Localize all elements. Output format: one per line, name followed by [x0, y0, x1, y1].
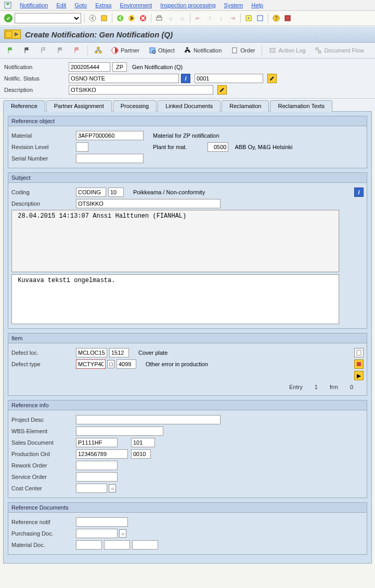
enter-icon[interactable]: ✓ [4, 14, 12, 22]
layout-icon[interactable] [283, 14, 292, 23]
wbs-element-label: WBS-Element [11, 428, 74, 434]
cancel-icon[interactable] [138, 14, 148, 23]
production-ord-item-field[interactable] [131, 449, 151, 459]
notification-type-field[interactable] [112, 62, 127, 72]
item-create-icon[interactable] [354, 348, 364, 357]
save-icon[interactable] [99, 14, 109, 23]
material-field[interactable] [76, 131, 144, 140]
flag-dark-icon[interactable] [20, 45, 34, 56]
notification-button[interactable]: Notification [180, 45, 225, 56]
svg-rect-21 [185, 51, 187, 52]
defect-loc-group-field[interactable] [76, 348, 107, 357]
revision-level-field[interactable] [76, 142, 88, 152]
project-desc-field[interactable] [76, 415, 221, 424]
cost-center-f4-icon[interactable]: ⌕ [109, 484, 116, 492]
f4-help-icon[interactable]: ▢ [107, 360, 114, 368]
document-flow-label: Document Flow [324, 47, 364, 54]
flag-pink-icon[interactable] [70, 45, 84, 56]
prev-page-icon[interactable]: ↑ [205, 14, 214, 23]
purchasing-doc-field[interactable] [76, 529, 118, 538]
defect-loc-code-field[interactable] [109, 348, 129, 357]
menu-notification[interactable]: Notification [20, 2, 48, 8]
material-doc-field-2[interactable] [104, 540, 130, 550]
flag-grey-icon[interactable] [53, 45, 68, 56]
tab-partner-assignment[interactable]: Partner Assignment [46, 100, 112, 112]
defect-type-code-field[interactable] [117, 359, 136, 369]
back-green-icon[interactable] [115, 14, 125, 23]
exit-icon[interactable] [127, 14, 136, 23]
purchasing-doc-f4-icon[interactable]: ⌕ [119, 529, 126, 538]
org-icon[interactable] [91, 45, 106, 56]
window-menu-icon[interactable] [4, 2, 11, 9]
defect-type-group-field[interactable] [76, 359, 106, 369]
menu-help[interactable]: Help [251, 2, 263, 8]
tab-reference[interactable]: Reference [3, 100, 45, 112]
menu-system[interactable]: System [224, 2, 243, 8]
status-info-icon[interactable]: i [181, 74, 190, 83]
separator [112, 14, 112, 23]
cost-center-field[interactable] [76, 484, 107, 493]
next-page-icon[interactable]: ↓ [216, 14, 226, 23]
tab-processing[interactable]: Processing [113, 100, 157, 112]
subject-text-textarea[interactable] [11, 274, 339, 324]
coding-group-field[interactable] [76, 188, 106, 197]
partner-button[interactable]: Partner [108, 45, 143, 56]
first-page-icon[interactable]: ⇤ [193, 14, 203, 23]
flag-green-icon[interactable] [3, 45, 18, 56]
new-session-icon[interactable] [244, 14, 253, 23]
menu-environment[interactable]: Environment [120, 2, 152, 8]
tab-linked-documents[interactable]: Linked Documents [158, 100, 221, 112]
group-title: Subject [8, 173, 367, 183]
svg-point-3 [117, 15, 123, 21]
wbs-element-field[interactable] [76, 426, 163, 436]
svg-rect-14 [97, 47, 99, 49]
menu-extras[interactable]: Extras [95, 2, 111, 8]
reference-notif-field[interactable] [76, 517, 128, 527]
find-next-icon[interactable]: ⌕ [177, 14, 187, 23]
plant-field[interactable] [208, 142, 228, 152]
shortcut-icon[interactable] [255, 14, 265, 23]
notification-label: Notification [4, 64, 67, 70]
sales-document-field[interactable] [76, 438, 118, 447]
sales-item-field[interactable] [131, 438, 155, 447]
subject-log-textarea[interactable] [11, 210, 339, 272]
back-icon[interactable] [88, 14, 97, 23]
menu-goto[interactable]: Goto [74, 2, 87, 8]
tab-reference-content: Reference object Material Material for Z… [3, 111, 372, 564]
rework-order-field[interactable] [76, 461, 118, 470]
last-page-icon[interactable]: ⇥ [228, 14, 237, 23]
tab-reclamation[interactable]: Reclamation [222, 100, 269, 112]
description-field[interactable] [69, 85, 213, 95]
help-icon[interactable]: ? [271, 14, 281, 23]
system-toolbar: ✓ ⌕ ⌕ ⇤ ↑ ↓ ⇥ ? [0, 11, 375, 26]
group-reference-info: Reference info Project Desc WBS-Element … [8, 400, 367, 498]
find-icon[interactable]: ⌕ [166, 14, 175, 23]
menu-inspection-processing[interactable]: Inspection processing [160, 2, 215, 8]
menu-edit[interactable]: Edit [56, 2, 66, 8]
svg-rect-15 [95, 51, 97, 53]
item-detail-icon[interactable] [354, 359, 364, 369]
rework-order-label: Rework Order [11, 462, 74, 469]
plant-name-text: ABB Oy, M&G Helsinki [235, 144, 292, 150]
serial-number-field[interactable] [76, 154, 144, 163]
group-title: Reference Documents [8, 503, 367, 513]
subject-desc-field[interactable] [76, 199, 221, 208]
coding-code-field[interactable] [108, 188, 124, 197]
item-next-icon[interactable]: ▶ [354, 371, 364, 380]
print-icon[interactable] [154, 14, 164, 23]
object-button[interactable]: Object [145, 45, 178, 56]
flag-outline-icon[interactable] [36, 45, 51, 56]
notification-number-field[interactable] [69, 62, 110, 72]
production-ord-field[interactable] [76, 449, 128, 459]
description-edit-icon[interactable] [217, 85, 227, 95]
service-order-field[interactable] [76, 472, 118, 482]
material-doc-field-1[interactable] [76, 540, 102, 550]
order-button[interactable]: Order [227, 45, 258, 56]
tab-reclamation-texts[interactable]: Reclamation Texts [270, 100, 332, 112]
status-field[interactable] [69, 74, 179, 83]
status-num-field[interactable] [195, 74, 263, 83]
subject-info-icon[interactable]: i [354, 188, 364, 197]
material-doc-field-3[interactable] [132, 540, 158, 550]
command-field[interactable] [15, 13, 81, 23]
status-edit-icon[interactable] [267, 74, 277, 83]
